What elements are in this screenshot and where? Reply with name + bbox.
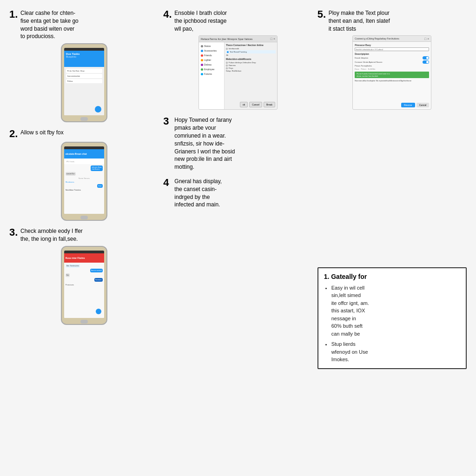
fab-button-1[interactable]: [95, 106, 101, 112]
step-3-middle-text: Hopy Towned or farany pmaks arbe vour co…: [174, 116, 235, 171]
screen-item-1: Pr-for Suf-Text: Hiow: [66, 69, 102, 73]
step-3-left-text: Check arnoble eody I ffer the, the iong …: [20, 227, 83, 243]
middle-column: 4. Ensoble I brath clolor the ipchbood r…: [163, 9, 312, 369]
step-5-header: 5. Ploy make the Text plour thent ean an…: [317, 9, 467, 33]
sidebar-dot-lighter: [201, 59, 203, 61]
step-2-header: 2. Allow s oit fby fox: [9, 129, 159, 139]
settings-toggle-2[interactable]: [423, 60, 429, 64]
radio-1[interactable]: [226, 48, 228, 50]
sidebar-label-futures: Futures: [204, 73, 212, 75]
dialog-option-1: Interfaceadit: [226, 47, 276, 50]
dialog-section-title-1: Thece Comacinee \ Nection linline: [226, 44, 276, 46]
dialog-content-4: Thece Comacinee \ Nection linline Interf…: [225, 42, 277, 109]
settings-cancel-button[interactable]: Cancel: [416, 103, 430, 107]
status-enus: Enus: [355, 68, 359, 70]
step-2: 2. Allow s oit fby fox alcatate-Brean ch…: [9, 129, 159, 221]
step-3-left-number: 3.: [9, 227, 19, 238]
step-3-left-header: 3. Check arnoble eody I ffer the, the io…: [9, 227, 159, 243]
dialog-suboption-2: Danreus: [226, 64, 276, 66]
right-column: 5. Ploy make the Text plour thent ean an…: [317, 9, 467, 369]
dialog-mockup-4: RelaceTerms for jber filinopre Spar fati…: [198, 35, 278, 110]
settings-close-icon[interactable]: □ ×: [424, 37, 429, 40]
step-3-left: 3. Check arnoble eody I ffer the, the io…: [9, 227, 159, 325]
step-1-number: 1.: [9, 9, 19, 20]
phone-home-2[interactable]: [80, 216, 88, 219]
sidebar-item-lighter[interactable]: Lighter: [200, 58, 223, 62]
settings-green-box: Runer huents forecastred annd ante ti is…: [355, 72, 429, 78]
step-4-middle-2: 4 Gneral has display, the canset casin- …: [163, 178, 312, 209]
chat-header-2: alcatate-Brean chat: [64, 149, 104, 159]
step-2-number: 2.: [9, 129, 19, 139]
dialog-option-2: Test Reand Functing: [226, 50, 276, 53]
info-box-list: Easy in wil cell sin,lelt simed ite offc…: [324, 284, 460, 364]
chat-shorticons: Shorticons: [66, 181, 103, 183]
sidebar-item-employee[interactable]: Employee: [200, 67, 223, 72]
dialog-cancel-button[interactable]: Cancel: [249, 102, 262, 107]
option-label-2: Test Reand Functing: [230, 51, 247, 53]
dialog-title-4: RelaceTerms for jber filinopre Spar fati…: [201, 38, 252, 40]
dialog-body-4: Status Accessories Friends Lighter: [199, 42, 277, 109]
sidebar-item-accessories[interactable]: Accessories: [200, 48, 223, 53]
info-box-item-2: Stup lierds wfenоyd on Use Imokes.: [331, 340, 460, 364]
dialog-break-button[interactable]: Break: [264, 102, 275, 107]
sidebar-dot-accessories: [201, 50, 203, 52]
dialog-titlebar-4: RelaceTerms for jber filinopre Spar fati…: [199, 36, 277, 42]
chat-treatins: Satchibue Treatins: [66, 189, 103, 191]
dialog-ok-button[interactable]: ok: [240, 102, 248, 107]
phone-screen-2: alcatate-Brean chat IPU hosts alshuster-…: [64, 146, 104, 214]
step-1: 1. Clear cashe for chten- fise enta get …: [9, 9, 159, 122]
settings-label-pinnacur: Pinnacur Basy: [355, 44, 429, 46]
settings-title: Coonect g sCibing Regularbay Forchutions: [355, 37, 399, 40]
sub-label-1: Fubure drinkeys Unfesuline Drop: [229, 61, 256, 64]
chat-3-b3: Due: [66, 273, 70, 277]
settings-toggle-1[interactable]: [423, 56, 429, 60]
step-3-middle: 3 Hopy Towned or farany pmaks arbe vour …: [163, 116, 312, 171]
chat-timestamp: Some Serves: [66, 177, 103, 179]
status-eoststle: EoStStle: [368, 68, 376, 70]
chat-bubble-r1: alshuster-Breanchat Barsore: [91, 165, 102, 171]
phone-mockup-2: alcatate-Brean chat IPU hosts alshuster-…: [61, 142, 107, 221]
settings-restore-button[interactable]: Resorar: [401, 103, 415, 107]
settings-input-1[interactable]: Sechlnt wheckolaula n 3 Curfend: [355, 47, 429, 51]
dialog-section-title-2: Melecidon-ableMissois: [226, 58, 276, 60]
sidebar-label-accessories: Accessories: [204, 49, 217, 52]
sidebar-dot-debras: [201, 64, 203, 66]
screen-1-header: Due Tasks Blueprints: [64, 51, 104, 67]
phone-mockup-1: Due Tasks Blueprints Pr-for Suf-Text: Hi…: [61, 43, 107, 122]
sidebar-label-lighter: Lighter: [204, 59, 211, 61]
fab-button-3[interactable]: [96, 309, 101, 314]
settings-body: Pinnacur Basy Sechlnt wheckolaula n 3 Cu…: [353, 42, 431, 84]
radio-2[interactable]: [227, 51, 229, 53]
chat-3-b4: Facmacier: [94, 278, 103, 282]
sidebar-item-status[interactable]: Status: [200, 44, 223, 48]
settings-dialog-5: Coonect g sCibing Regularbay Forchutions…: [352, 35, 431, 110]
settings-checkbox-text: Nionramublise bradspbie Na reptsindefaul…: [355, 79, 429, 82]
chat-body-2: alshuster-Breanchat Barsore sumuted Due …: [64, 164, 104, 214]
step-4-middle-2-header: 4 Gneral has display, the canset casin- …: [163, 178, 312, 209]
phone-home-3[interactable]: [80, 320, 88, 324]
settings-description-label: Descriptpion: [355, 53, 429, 55]
radio-sub-2[interactable]: [226, 65, 228, 66]
sidebar-item-friends[interactable]: Friends: [200, 53, 223, 58]
dialog-close-icon[interactable]: □ ×: [271, 37, 275, 40]
dialog-suboption-4: Setup: RickNoface: [226, 70, 276, 72]
step-4-number: 4.: [163, 9, 172, 20]
phone-home-1[interactable]: [80, 117, 88, 121]
phone-screen-3: Rusa inter Flatins Date: Sometmunires Ba…: [64, 251, 104, 318]
radio-sub-1[interactable]: [226, 62, 228, 64]
dialog-footer-4: ok Cancel Break: [240, 102, 275, 107]
step-5-number: 5.: [317, 9, 327, 20]
chat-title-3: Rusa inter Flatins: [66, 257, 85, 259]
sub-label-2: Danreus: [229, 64, 236, 66]
step-4-text: Ensoble I brath clolor the ipchbood rest…: [174, 9, 227, 33]
sidebar-label-employee: Employee: [204, 68, 214, 71]
sidebar-item-futures[interactable]: Futures: [200, 72, 223, 76]
left-column: 1. Clear cashe for chten- fise enta get …: [9, 9, 159, 369]
chat-search-2[interactable]: IPU hosts: [65, 159, 103, 163]
step-1-text: Clear cashe for chten- fise enta get be …: [20, 9, 79, 40]
sidebar-label-friends: Friends: [204, 54, 212, 57]
phone-screen-1: Due Tasks Blueprints Pr-for Suf-Text: Hi…: [64, 48, 104, 115]
radio-sub-3[interactable]: [226, 67, 228, 69]
step-2-text: Allow s oit fby fox: [20, 129, 64, 137]
sidebar-item-debras[interactable]: Debras: [200, 62, 223, 67]
